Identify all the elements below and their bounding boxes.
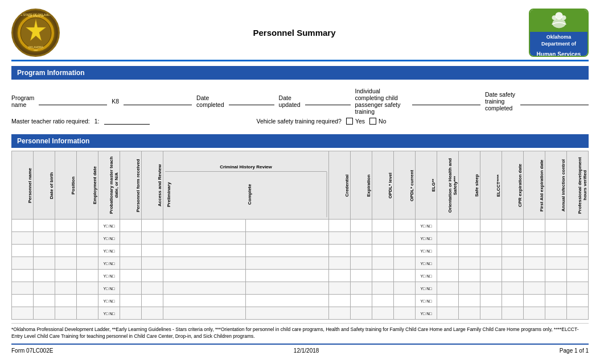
table-cell[interactable]: [524, 257, 545, 270]
table-cell[interactable]: Y□ N□: [98, 270, 120, 282]
table-cell[interactable]: [12, 295, 34, 307]
date-updated-field[interactable]: [305, 98, 351, 105]
table-cell[interactable]: [372, 220, 394, 232]
table-cell[interactable]: [12, 282, 34, 295]
table-cell[interactable]: Y□ N□: [98, 257, 120, 270]
table-cell[interactable]: [437, 270, 459, 282]
table-cell[interactable]: Y□ N□: [416, 232, 437, 245]
table-cell[interactable]: Y□ N□: [416, 220, 437, 232]
table-cell[interactable]: [567, 232, 589, 245]
table-cell[interactable]: [77, 307, 98, 320]
table-cell[interactable]: [329, 282, 351, 295]
table-cell[interactable]: [351, 257, 372, 270]
table-cell[interactable]: [142, 220, 163, 232]
table-cell[interactable]: [372, 295, 394, 307]
table-cell[interactable]: Y□ N□: [98, 295, 120, 307]
table-cell[interactable]: [163, 295, 246, 307]
date-safety-field[interactable]: [520, 98, 589, 105]
table-cell[interactable]: [394, 220, 416, 232]
table-cell[interactable]: [394, 307, 416, 320]
table-cell[interactable]: [524, 282, 545, 295]
table-cell[interactable]: [459, 282, 480, 295]
table-cell[interactable]: [351, 245, 372, 257]
table-cell[interactable]: [329, 295, 351, 307]
table-cell[interactable]: [77, 220, 98, 232]
table-cell[interactable]: [142, 232, 163, 245]
table-cell[interactable]: [372, 270, 394, 282]
table-cell[interactable]: [246, 245, 329, 257]
table-cell[interactable]: [394, 270, 416, 282]
table-cell[interactable]: [545, 270, 567, 282]
table-cell[interactable]: [351, 270, 372, 282]
table-cell[interactable]: [55, 282, 77, 295]
table-cell[interactable]: [567, 295, 589, 307]
table-cell[interactable]: [437, 257, 459, 270]
table-cell[interactable]: [545, 232, 567, 245]
table-cell[interactable]: [246, 270, 329, 282]
table-cell[interactable]: [372, 307, 394, 320]
table-cell[interactable]: [120, 282, 142, 295]
table-cell[interactable]: [545, 295, 567, 307]
table-cell[interactable]: [480, 307, 502, 320]
table-cell[interactable]: [329, 307, 351, 320]
table-cell[interactable]: [120, 245, 142, 257]
table-cell[interactable]: [567, 307, 589, 320]
table-cell[interactable]: [163, 270, 246, 282]
table-cell[interactable]: [120, 270, 142, 282]
table-cell[interactable]: [459, 295, 480, 307]
table-cell[interactable]: [142, 282, 163, 295]
table-cell[interactable]: Y□ N□: [98, 307, 120, 320]
table-cell[interactable]: [524, 232, 545, 245]
table-cell[interactable]: [55, 232, 77, 245]
table-cell[interactable]: [246, 220, 329, 232]
table-cell[interactable]: [351, 307, 372, 320]
table-cell[interactable]: Y□ N□: [416, 295, 437, 307]
table-cell[interactable]: [567, 257, 589, 270]
table-cell[interactable]: [142, 307, 163, 320]
table-cell[interactable]: [394, 295, 416, 307]
table-cell[interactable]: [77, 245, 98, 257]
table-cell[interactable]: [55, 270, 77, 282]
date-completed-field[interactable]: [229, 98, 274, 105]
table-cell[interactable]: [142, 245, 163, 257]
table-cell[interactable]: [502, 220, 524, 232]
table-cell[interactable]: [34, 270, 55, 282]
master-teacher-field[interactable]: [104, 117, 150, 125]
table-cell[interactable]: [120, 220, 142, 232]
table-cell[interactable]: [34, 307, 55, 320]
table-cell[interactable]: [567, 220, 589, 232]
table-cell[interactable]: [120, 307, 142, 320]
vehicle-yes-checkbox[interactable]: [346, 118, 353, 125]
table-cell[interactable]: Y□ N□: [98, 220, 120, 232]
table-cell[interactable]: [55, 307, 77, 320]
table-cell[interactable]: [459, 307, 480, 320]
table-cell[interactable]: [77, 257, 98, 270]
table-cell[interactable]: [394, 232, 416, 245]
table-cell[interactable]: [55, 295, 77, 307]
table-cell[interactable]: [163, 257, 246, 270]
table-cell[interactable]: [372, 282, 394, 295]
table-cell[interactable]: [394, 257, 416, 270]
table-cell[interactable]: [34, 295, 55, 307]
table-cell[interactable]: [329, 270, 351, 282]
table-cell[interactable]: [372, 257, 394, 270]
table-cell[interactable]: [34, 232, 55, 245]
table-cell[interactable]: Y□ N□: [98, 282, 120, 295]
table-cell[interactable]: [142, 295, 163, 307]
table-cell[interactable]: [34, 282, 55, 295]
table-cell[interactable]: [524, 245, 545, 257]
table-cell[interactable]: [329, 257, 351, 270]
table-cell[interactable]: [524, 307, 545, 320]
table-cell[interactable]: [502, 257, 524, 270]
table-cell[interactable]: [246, 295, 329, 307]
table-cell[interactable]: [502, 270, 524, 282]
table-cell[interactable]: [480, 295, 502, 307]
table-cell[interactable]: [77, 232, 98, 245]
table-cell[interactable]: Y□ N□: [98, 245, 120, 257]
table-cell[interactable]: Y□ N□: [416, 257, 437, 270]
table-cell[interactable]: [120, 232, 142, 245]
table-cell[interactable]: [34, 220, 55, 232]
table-cell[interactable]: [329, 245, 351, 257]
table-cell[interactable]: [480, 282, 502, 295]
table-cell[interactable]: [163, 282, 246, 295]
